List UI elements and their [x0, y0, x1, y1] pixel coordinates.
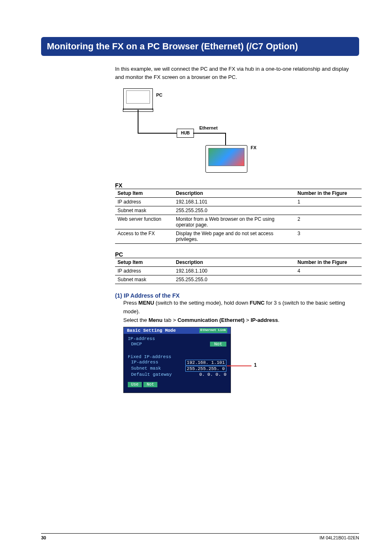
pc-col-item: Setup Item: [115, 258, 173, 267]
cell: 1: [295, 198, 362, 206]
dhcp-label: DHCP: [128, 342, 142, 347]
cell: 192.168.1.100: [173, 267, 295, 275]
settings-title: Basic Setting Mode: [127, 328, 176, 333]
menu-key: MENU: [138, 300, 154, 306]
ip-section-label: IP-address: [128, 336, 226, 341]
fx-heading: FX: [115, 182, 359, 189]
use-button: Use: [128, 382, 142, 387]
cell: 3: [295, 229, 362, 244]
pc-col-desc: Description: [173, 258, 295, 267]
step1-text-2: Select the Menu tab > Communication (Eth…: [123, 316, 359, 325]
fx-table: Setup Item Description Number in the Fig…: [115, 189, 362, 244]
fx-icon: [205, 145, 247, 173]
ip-item: IP-address: [251, 317, 278, 323]
dhcp-value: Not: [210, 342, 226, 347]
ethernet-label: Ethernet: [199, 125, 218, 130]
pc-label: PC: [156, 92, 162, 97]
step1-heading: (1) IP Address of the FX: [115, 292, 359, 299]
fx-col-item: Setup Item: [115, 189, 173, 198]
mask-row-value: 255.255.255. 0: [185, 366, 226, 372]
cell: IP address: [115, 267, 173, 275]
callout-1: 1: [254, 362, 257, 368]
cell: IP address: [115, 198, 173, 206]
cell: Display the Web page and do not set acce…: [173, 229, 295, 244]
fx-col-num: Number in the Figure: [295, 189, 362, 198]
fixed-ip-label: Fixed IP-address: [128, 354, 226, 359]
cell: Web server function: [115, 215, 173, 229]
mask-row-label: Subnet mask: [128, 366, 161, 372]
fx-col-desc: Description: [173, 189, 295, 198]
pc-heading: PC: [115, 251, 359, 258]
cell: [295, 275, 362, 284]
text: Press: [123, 300, 138, 306]
doc-id: IM 04L21B01-02EN: [319, 535, 359, 540]
table-row: IP address 192.168.1.101 1: [115, 198, 362, 206]
comm-item: Communication (Ethernet): [178, 317, 244, 323]
ethernet-badge: Ethernet Link: [199, 328, 227, 333]
text: tab >: [162, 317, 178, 323]
connection-diagram: PC HUB Ethernet FX: [115, 88, 359, 175]
step1-text-1: Press MENU (switch to the setting mode),…: [123, 299, 359, 316]
cell: Access to the FX: [115, 229, 173, 244]
hub-box: HUB: [177, 129, 194, 138]
pc-col-num: Number in the Figure: [295, 258, 362, 267]
text: .: [278, 317, 279, 323]
ip-row-label: IP-address: [128, 360, 158, 365]
cell: [295, 206, 362, 215]
table-row: Subnet mask 255.255.255.0: [115, 275, 362, 284]
cell: Subnet mask: [115, 275, 173, 284]
page-title: Monitoring the FX on a PC Browser (Ether…: [41, 37, 359, 56]
fx-label: FX: [251, 145, 256, 150]
text: >: [244, 317, 251, 323]
cell: 255.255.255.0: [173, 275, 295, 284]
text: (switch to the setting mode), hold down: [154, 300, 250, 306]
cell: 4: [295, 267, 362, 275]
intro-text: In this example, we will connect the PC …: [115, 65, 359, 81]
page-number: 30: [41, 535, 46, 540]
cell: 192.168.1.101: [173, 198, 295, 206]
table-row: Subnet mask 255.255.255.0: [115, 206, 362, 215]
pc-icon: [123, 88, 153, 110]
menu-tab: Menu: [148, 317, 162, 323]
not-button: Not: [143, 382, 157, 387]
cell: 2: [295, 215, 362, 229]
settings-screenshot: Basic Setting Mode Ethernet Link IP-addr…: [123, 327, 231, 393]
func-key: FUNC: [250, 300, 265, 306]
ip-row-value: 192.168. 1.101: [185, 360, 226, 365]
callout-line: [227, 365, 251, 366]
table-row: IP address 192.168.1.100 4: [115, 267, 362, 275]
table-row: Web server function Monitor from a Web b…: [115, 215, 362, 229]
pc-table: Setup Item Description Number in the Fig…: [115, 258, 362, 284]
table-row: Access to the FX Display the Web page an…: [115, 229, 362, 244]
gw-row-value: 0. 0. 0. 0: [189, 372, 226, 377]
gw-row-label: Default gateway: [128, 372, 172, 377]
text: Select the: [123, 317, 148, 323]
cell: Subnet mask: [115, 206, 173, 215]
page-footer: 30 IM 04L21B01-02EN: [41, 533, 359, 540]
cell: Monitor from a Web browser on the PC usi…: [173, 215, 295, 229]
cell: 255.255.255.0: [173, 206, 295, 215]
